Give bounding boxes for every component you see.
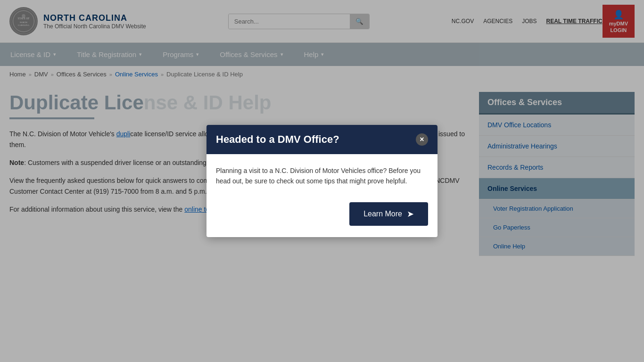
- arrow-right-icon: ➤: [407, 209, 414, 219]
- modal-overlay[interactable]: Headed to a DMV Office? × Planning a vis…: [0, 0, 644, 265]
- modal-dialog: Headed to a DMV Office? × Planning a vis…: [206, 125, 438, 238]
- modal-close-button[interactable]: ×: [416, 133, 428, 146]
- modal-body: Planning a visit to a N.C. Division of M…: [206, 154, 438, 198]
- learn-more-button[interactable]: Learn More ➤: [349, 202, 428, 226]
- modal-title: Headed to a DMV Office?: [216, 133, 339, 146]
- learn-more-label: Learn More: [363, 210, 402, 218]
- modal-header: Headed to a DMV Office? ×: [206, 125, 438, 154]
- modal-body-text: Planning a visit to a N.C. Division of M…: [216, 165, 428, 187]
- modal-footer: Learn More ➤: [206, 197, 438, 237]
